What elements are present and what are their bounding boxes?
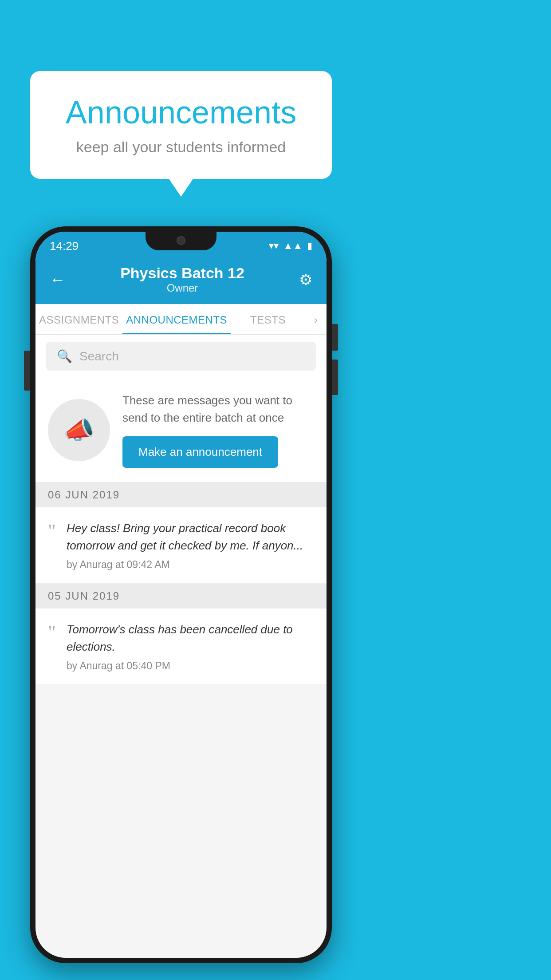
search-icon: 🔍: [57, 349, 72, 364]
app-header: ← Physics Batch 12 Owner ⚙: [35, 257, 327, 304]
message-meta-1: by Anurag at 09:42 AM: [67, 559, 314, 571]
message-content-2: Tomorrow's class has been cancelled due …: [67, 621, 314, 672]
message-text-2: Tomorrow's class has been cancelled due …: [67, 621, 314, 656]
front-camera: [177, 236, 185, 245]
message-content-1: Hey class! Bring your practical record b…: [67, 520, 314, 571]
date-divider-jun6: 06 JUN 2019: [35, 482, 327, 507]
megaphone-icon: 📣: [63, 415, 94, 445]
tab-more[interactable]: ›: [305, 304, 327, 334]
power-button: [24, 351, 30, 391]
search-bar[interactable]: 🔍 Search: [46, 342, 316, 371]
status-time: 14:29: [50, 239, 79, 253]
phone-notch: [146, 232, 216, 250]
quote-icon-1: ": [48, 522, 56, 571]
announcement-prompt: 📣 These are messages you want to send to…: [35, 378, 327, 482]
date-divider-jun5: 05 JUN 2019: [35, 584, 327, 609]
status-icons: ▾▾ ▲▲ ▮: [269, 240, 312, 252]
tab-assignments[interactable]: ASSIGNMENTS: [35, 304, 122, 334]
announcement-description: These are messages you want to send to t…: [122, 392, 314, 427]
message-item-2[interactable]: " Tomorrow's class has been cancelled du…: [35, 609, 327, 685]
tabs-bar: ASSIGNMENTS ANNOUNCEMENTS TESTS ›: [35, 304, 327, 335]
message-text-1: Hey class! Bring your practical record b…: [67, 520, 314, 554]
quote-icon-2: ": [48, 623, 56, 672]
battery-icon: ▮: [307, 240, 312, 252]
volume-up-button: [332, 324, 338, 351]
speech-bubble: Announcements keep all your students inf…: [30, 71, 332, 179]
header-title-area: Physics Batch 12 Owner: [120, 265, 244, 294]
speech-bubble-container: Announcements keep all your students inf…: [30, 71, 332, 179]
announcement-right-panel: These are messages you want to send to t…: [122, 392, 314, 468]
phone-frame: 14:29 ▾▾ ▲▲ ▮ ← Physics Batch 12 Owner ⚙: [30, 226, 332, 963]
message-meta-2: by Anurag at 05:40 PM: [67, 660, 314, 672]
bubble-subtitle: keep all your students informed: [51, 138, 311, 156]
search-placeholder: Search: [79, 349, 119, 364]
bubble-title: Announcements: [51, 94, 311, 130]
message-item-1[interactable]: " Hey class! Bring your practical record…: [35, 507, 327, 584]
gear-icon[interactable]: ⚙: [299, 271, 312, 288]
volume-down-button: [332, 360, 338, 395]
make-announcement-button[interactable]: Make an announcement: [122, 436, 278, 468]
phone-screen: 14:29 ▾▾ ▲▲ ▮ ← Physics Batch 12 Owner ⚙: [35, 232, 327, 958]
wifi-icon: ▾▾: [269, 240, 279, 252]
phone-mockup: 14:29 ▾▾ ▲▲ ▮ ← Physics Batch 12 Owner ⚙: [30, 226, 332, 963]
megaphone-circle: 📣: [48, 399, 110, 461]
back-button[interactable]: ←: [50, 270, 66, 289]
date-label-jun5: 05 JUN 2019: [48, 590, 120, 602]
date-label-jun6: 06 JUN 2019: [48, 489, 120, 501]
search-bar-container: 🔍 Search: [35, 335, 327, 378]
header-subtitle: Owner: [120, 282, 244, 294]
signal-icon: ▲▲: [283, 240, 303, 252]
tab-announcements[interactable]: ANNOUNCEMENTS: [122, 304, 231, 334]
tab-tests[interactable]: TESTS: [231, 304, 305, 334]
header-title: Physics Batch 12: [120, 265, 244, 282]
